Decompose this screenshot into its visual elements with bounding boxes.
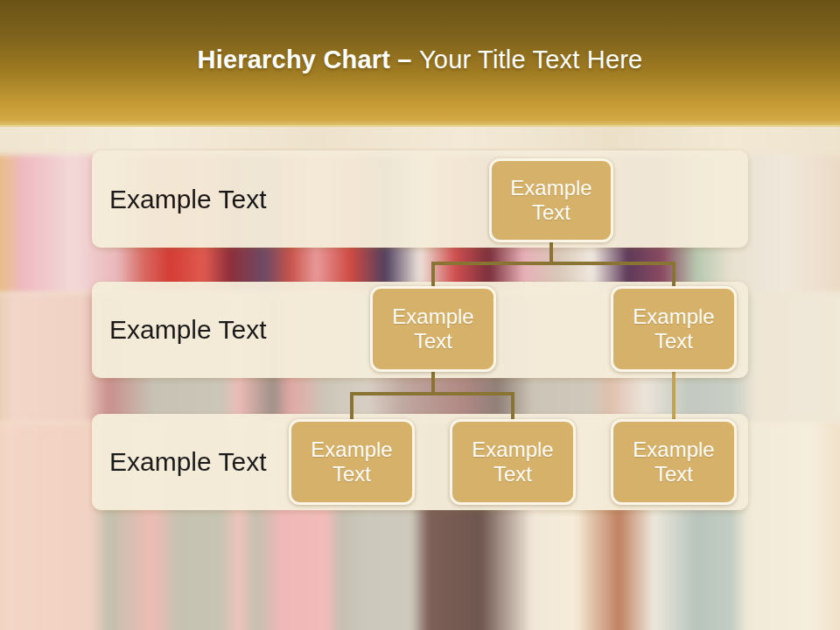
node-bottom-center[interactable]: Example Text	[450, 419, 576, 505]
connector-midright-in	[672, 262, 676, 289]
connector-bottomcenter-in	[511, 392, 514, 422]
node-bottom-left-label: Example Text	[299, 438, 404, 487]
slide-title-regular: Your Title Text Here	[419, 46, 642, 74]
node-bottom-center-label: Example Text	[460, 438, 565, 487]
connector-midleft-in	[431, 262, 435, 289]
connector-level3-crossbar	[350, 392, 514, 396]
node-mid-left-label: Example Text	[381, 304, 486, 354]
row-label-3[interactable]: Example Text	[92, 447, 267, 477]
node-top[interactable]: Example Text	[489, 158, 613, 242]
row-band-1: Example Text	[92, 150, 748, 248]
node-top-label: Example Text	[499, 176, 604, 226]
node-bottom-right-label: Example Text	[621, 438, 726, 487]
node-mid-left[interactable]: Example Text	[370, 286, 496, 372]
connector-level2-crossbar	[431, 262, 676, 265]
slide-title[interactable]: Hierarchy Chart – Your Title Text Here	[198, 46, 643, 80]
title-bar: Hierarchy Chart – Your Title Text Here	[0, 0, 840, 127]
node-mid-right-label: Example Text	[621, 304, 726, 354]
node-mid-right[interactable]: Example Text	[611, 286, 737, 372]
node-bottom-left[interactable]: Example Text	[289, 419, 415, 505]
connector-bottomleft-in	[350, 392, 354, 422]
node-bottom-right[interactable]: Example Text	[611, 419, 737, 505]
row-label-1[interactable]: Example Text	[92, 185, 267, 214]
slide-canvas: Hierarchy Chart – Your Title Text Here E…	[0, 0, 840, 630]
row-label-2[interactable]: Example Text	[92, 315, 267, 345]
slide-title-bold: Hierarchy Chart –	[198, 46, 419, 74]
connector-bottomright-straight	[672, 370, 676, 422]
